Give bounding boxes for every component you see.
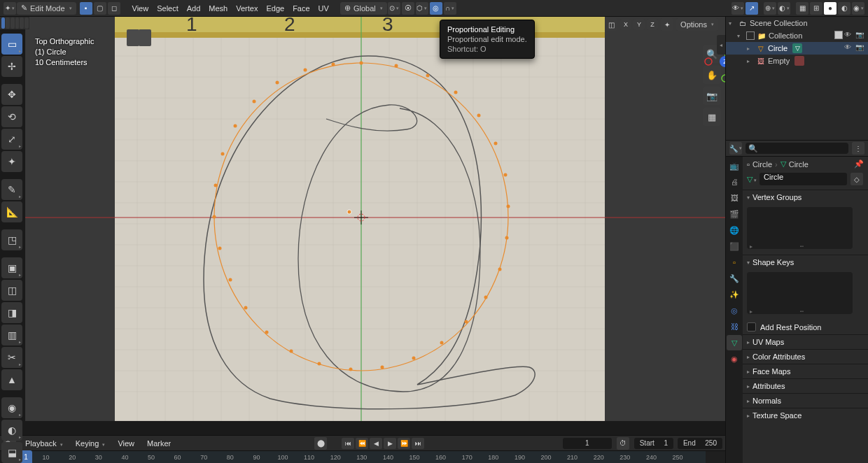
pin-icon[interactable]: 📌 — [854, 159, 864, 169]
n-panel-toggle[interactable]: ◂ — [717, 35, 725, 55]
sel-all-icon[interactable] — [1, 17, 6, 29]
pivot-dropdown[interactable]: ⊙▾ — [388, 2, 400, 15]
uv-maps-header[interactable]: ▸UV Maps — [743, 335, 868, 349]
tab-particles[interactable]: ✨ — [727, 287, 742, 302]
keyframe-next-button[interactable]: ⏩ — [398, 438, 410, 449]
timeline-view-menu[interactable]: View — [113, 439, 139, 448]
options-dropdown[interactable]: Options▾ — [676, 18, 718, 31]
data-name-input[interactable]: Circle — [760, 173, 847, 185]
scene-collection-row[interactable]: ▾ 🗀 Scene Collection — [726, 17, 868, 29]
tab-physics[interactable]: ◎ — [727, 303, 742, 318]
play-button[interactable]: ▶ — [384, 438, 396, 449]
menu-view[interactable]: View — [128, 4, 153, 13]
mesh-symmetry-icon[interactable]: ◫ — [605, 18, 617, 31]
end-frame-field[interactable]: End 250 — [678, 438, 722, 449]
menu-vertex[interactable]: Vertex — [232, 4, 262, 13]
menu-select[interactable]: Select — [153, 4, 183, 13]
mode-select[interactable]: ✎ Edit Mode ▾ — [17, 2, 76, 15]
circle-object-row[interactable]: ▸ ▽ Circle ▽ 👁 📷 — [726, 42, 868, 55]
properties-editor-type[interactable]: 🔧▾ — [729, 142, 742, 155]
tool-transform[interactable]: ✦ — [1, 151, 22, 172]
tool-edge-slide[interactable]: ⬓▸ — [1, 442, 22, 463]
shading-solid[interactable]: ● — [824, 2, 836, 15]
clock-icon[interactable]: ⏱ — [617, 437, 629, 450]
editor-type-dropdown[interactable]: ✦▾ — [4, 2, 16, 15]
shading-rendered[interactable]: ◉▾ — [852, 2, 864, 15]
vertex-groups-header[interactable]: ▾Vertex Groups — [743, 190, 868, 204]
xray-toggle[interactable]: ▦ — [796, 2, 808, 15]
menu-mesh[interactable]: Mesh — [204, 4, 232, 13]
normals-header[interactable]: ▸Normals — [743, 394, 868, 408]
face-maps-header[interactable]: ▸Face Maps — [743, 364, 868, 378]
proportional-falloff-dropdown[interactable]: ∩▾ — [444, 2, 456, 15]
vertex-groups-list[interactable]: ▸ ┉ — [747, 207, 853, 249]
transform-orientation[interactable]: ⊕ Global ▾ — [340, 2, 387, 15]
eye-icon[interactable]: 👁 — [844, 43, 854, 53]
overlays-toggle[interactable]: ◐▾ — [778, 2, 790, 15]
select-mode-face[interactable]: ◻ — [108, 2, 120, 15]
jump-end-button[interactable]: ⏭ — [412, 438, 424, 449]
mesh-select-mode[interactable]: ↗ — [746, 2, 758, 15]
marker-menu[interactable]: Marker — [143, 439, 175, 448]
shape-keys-header[interactable]: ▾Shape Keys — [743, 255, 868, 269]
perspective-toggle[interactable]: ▦ — [703, 108, 721, 126]
menu-add[interactable]: Add — [183, 4, 205, 13]
tool-poly-build[interactable]: ▲ — [1, 369, 22, 390]
tab-render[interactable]: 📺 — [727, 158, 742, 173]
texture-space-header[interactable]: ▸Texture Space — [743, 408, 868, 422]
eye-icon[interactable]: 👁 — [844, 31, 854, 41]
tool-spin[interactable]: ◉▸ — [1, 397, 22, 418]
tab-mesh-data[interactable]: ▽ — [727, 335, 742, 350]
collection-row[interactable]: ▾ 📁 Collection 👁 📷 — [726, 29, 868, 42]
menu-edge[interactable]: Edge — [262, 4, 288, 13]
mirror-y[interactable]: Y — [634, 19, 645, 30]
3d-viewport[interactable]: 1 2 3 — [25, 14, 725, 421]
properties-search[interactable]: 🔍 — [746, 143, 848, 154]
shading-material[interactable]: ◐ — [838, 2, 850, 15]
sel-lasso-icon[interactable] — [15, 17, 20, 29]
tool-rotate[interactable]: ⟲ — [1, 106, 22, 127]
keying-menu[interactable]: Keying ▾ — [71, 439, 110, 448]
timeline-ruler[interactable]: 0102030405060708090100110120130140150160… — [0, 450, 725, 463]
sel-more-icon[interactable] — [24, 17, 29, 29]
render-icon[interactable]: 📷 — [855, 31, 865, 41]
tool-bevel[interactable]: ◨ — [1, 302, 22, 323]
tool-loop-cut[interactable]: ▥▸ — [1, 325, 22, 346]
tool-extrude[interactable]: ▣▸ — [1, 257, 22, 278]
snap-dropdown[interactable]: ⬡▾ — [416, 2, 428, 15]
fake-user-toggle[interactable]: ◇ — [850, 173, 863, 185]
tool-select-box[interactable]: ▭▸ — [1, 34, 22, 55]
playback-menu[interactable]: Playback ▾ — [21, 439, 67, 448]
menu-uv[interactable]: UV — [314, 4, 333, 13]
tool-inset[interactable]: ◫ — [1, 280, 22, 301]
tool-knife[interactable]: ✂▸ — [1, 347, 22, 368]
tool-scale[interactable]: ⤢▸ — [1, 129, 22, 150]
tab-constraints[interactable]: ⛓ — [727, 319, 742, 334]
sel-tweak-icon[interactable] — [20, 17, 24, 29]
tool-add-cube[interactable]: ◳▸ — [1, 229, 22, 250]
menu-face[interactable]: Face — [288, 4, 314, 13]
current-frame-field[interactable]: 1 — [563, 438, 612, 449]
shading-wireframe[interactable]: ⊞ — [810, 2, 822, 15]
keyframe-prev-button[interactable]: ⏪ — [356, 438, 368, 449]
tab-scene[interactable]: 🎬 — [727, 206, 742, 222]
color-attributes-header[interactable]: ▸Color Attributes — [743, 350, 868, 364]
tab-world[interactable]: 🌐 — [727, 222, 742, 238]
tool-move[interactable]: ✥ — [1, 84, 22, 105]
tab-modifiers[interactable]: 🔧 — [727, 271, 742, 286]
render-icon[interactable]: 📷 — [855, 43, 865, 53]
empty-object-row[interactable]: ▸ 🖼 Empty — [726, 55, 868, 67]
mirror-x[interactable]: X — [620, 19, 631, 30]
select-mode-edge[interactable]: ▢ — [94, 2, 106, 15]
tool-smooth[interactable]: ◐▸ — [1, 420, 22, 441]
tab-collection[interactable]: ⬛ — [727, 238, 742, 254]
tab-view-layer[interactable]: 🖼 — [727, 190, 742, 206]
tab-output[interactable]: 🖨 — [727, 174, 742, 190]
tab-material[interactable]: ◉ — [727, 351, 742, 366]
sel-circle-icon[interactable] — [10, 17, 15, 29]
jump-start-button[interactable]: ⏮ — [342, 438, 354, 449]
mirror-z[interactable]: Z — [647, 19, 658, 30]
attributes-header[interactable]: ▸Attributes — [743, 379, 868, 393]
gizmo-toggle[interactable]: ⊕▾ — [764, 2, 776, 15]
auto-merge-icon[interactable]: ✦ — [661, 18, 673, 31]
